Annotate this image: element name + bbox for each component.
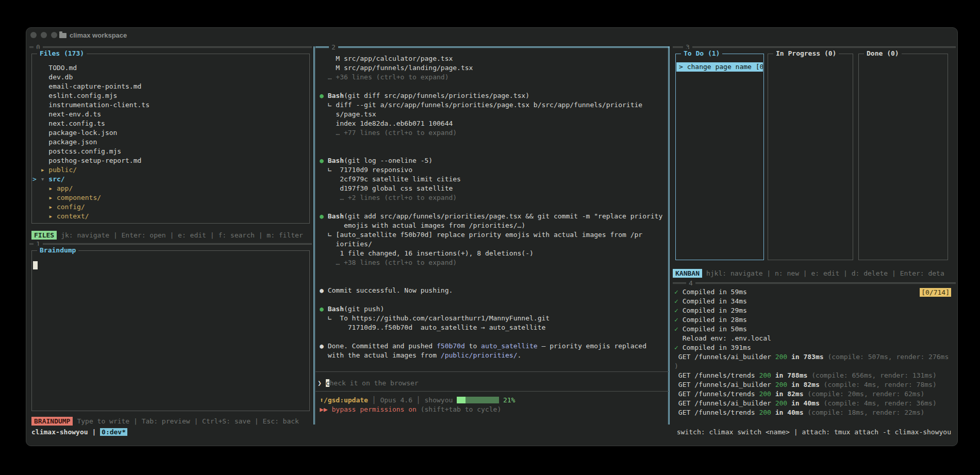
terminal-line: emojis with actual images from /prioriti… <box>320 221 668 230</box>
context-progress-bar <box>457 397 499 403</box>
session-status: climax-showyou | 0:dev* <box>31 428 127 437</box>
titlebar: climax workspace <box>26 28 957 42</box>
session-name: climax-showyou | <box>31 428 96 436</box>
terminal-line: with the actual images from /public/prio… <box>320 351 668 360</box>
log-line: GET /funnels/trends 200 in 40ms (compile… <box>674 408 956 417</box>
permissions-line[interactable]: ▶▶ bypass permissions on (shift+tab to c… <box>320 405 668 414</box>
log-line: GET /funnels/trends 200 in 788ms (compil… <box>674 371 956 380</box>
terminal-line: ● Bash(git add src/app/funnels/prioritie… <box>320 212 668 221</box>
file-row[interactable]: ▸ config/ <box>32 202 308 212</box>
log-line: ✓ Compiled in 29ms <box>674 306 956 315</box>
close-button[interactable] <box>30 32 37 38</box>
file-row[interactable]: instrumentation-client.ts <box>32 100 308 110</box>
terminal-line: 2cf979c satellite limit cities <box>320 175 668 184</box>
kanban-items-todo: > change page name [0 <box>676 62 763 72</box>
kanban-card[interactable]: > change page name [0 <box>676 62 763 72</box>
terminal-line: ● Done. Committed and pushed f50b70d to … <box>320 342 668 351</box>
kanban-statusbar: KANBANhjkl: navigate | n: new | e: edit … <box>673 269 956 278</box>
permissions-text: bypass permissions on <box>331 405 420 413</box>
devserver-log: ✓ Compiled in 59ms✓ Compiled in 34ms✓ Co… <box>674 287 956 417</box>
file-row[interactable]: TODO.md <box>32 63 308 73</box>
terminal-line: ∟ 71710d9 responsivo <box>320 165 668 175</box>
file-row[interactable]: package-lock.json <box>32 128 308 138</box>
file-row[interactable]: next.config.ts <box>32 119 308 128</box>
terminal-line: ● Bash(git log --oneline -5) <box>320 156 668 165</box>
active-window-badge[interactable]: 0:dev* <box>100 428 127 436</box>
file-row[interactable]: ▸ components/ <box>32 193 308 202</box>
braindump-hints: Type to write | Tab: preview | Ctrl+S: s… <box>77 417 298 425</box>
file-row[interactable]: postcss.config.mjs <box>32 147 308 156</box>
file-row[interactable]: > ▾ src/ <box>32 175 308 184</box>
log-line: GET /funnels/ai_builder 200 in 783ms (co… <box>674 352 956 362</box>
pane-border-devlog: 4 <box>673 282 956 284</box>
context-percent: 21% <box>499 396 515 404</box>
terminal-window: climax workspace 0 2 3 1 4 Files (173) T… <box>26 27 958 446</box>
braindump-statusbar: BRAINDUMPType to write | Tab: preview | … <box>31 417 311 426</box>
pane-border-braindump: 1 <box>29 243 312 245</box>
kanban-column-title: In Progress (0) <box>773 49 839 58</box>
terminal-line <box>320 295 668 304</box>
log-line: ✓ Compiled in 34ms <box>674 297 956 306</box>
pane-separator-right[interactable] <box>668 46 670 425</box>
terminal-line: … +77 lines (ctrl+o to expand) <box>320 128 668 138</box>
file-row[interactable]: posthog-setup-report.md <box>32 156 308 165</box>
minimize-button[interactable] <box>41 32 47 38</box>
prompt-text: heck it on the browser <box>329 379 418 387</box>
terminal-line: 71710d9..f50b70d auto_satellite → auto_s… <box>320 323 668 332</box>
terminal-line: ∟ [auto_satellite f50b70d] replace prior… <box>320 230 668 240</box>
terminal-line: ● Bash(git push) <box>320 304 668 314</box>
kanban-column-done[interactable]: Done (0) <box>858 54 948 260</box>
terminal-line: M src/app/calculator/page.tsx <box>320 54 668 63</box>
file-row[interactable]: dev.db <box>32 73 308 82</box>
double-arrow-icon: ▶▶ <box>320 405 331 413</box>
kanban-column-todo[interactable]: To Do (1) > change page name [0 <box>675 54 764 260</box>
claude-statusline: ⬆/gsd:update │ Opus 4.6 │ showyou 21% <box>320 396 668 405</box>
terminal-line: iorities/ <box>320 240 668 249</box>
separator: │ <box>368 396 380 404</box>
file-row[interactable]: email-capture-points.md <box>32 82 308 91</box>
file-row[interactable]: ▸ app/ <box>32 184 308 193</box>
kanban-column-title: Done (0) <box>864 49 902 58</box>
terminal-line: ● Bash(git diff src/app/funnels/prioriti… <box>320 91 668 100</box>
pane-separator-left[interactable] <box>313 46 315 425</box>
input-box-top-border <box>315 371 669 372</box>
permissions-hint: (shift+tab to cycle) <box>421 405 502 413</box>
pane-border-kanban: 3 <box>673 46 956 48</box>
terminal-line: ∟ diff --git a/src/app/funnels/prioritie… <box>320 100 668 110</box>
terminal-line: … +2 lines (ctrl+o to expand) <box>320 193 668 202</box>
file-row[interactable]: package.json <box>32 138 308 147</box>
log-line: ✓ Compiled in 28ms <box>674 315 956 325</box>
file-row[interactable]: ▸ public/ <box>32 165 308 175</box>
terminal-line <box>320 277 668 286</box>
pane-border-files: 0 <box>29 46 312 48</box>
pane-index-label: 4 <box>686 279 695 287</box>
project-name: showyou <box>425 396 457 404</box>
log-line: GET /funnels/trends 200 in 82ms (compile… <box>674 389 956 399</box>
prompt-input[interactable]: ❯ check it on the browser <box>318 379 668 388</box>
separator: │ <box>412 396 424 404</box>
kanban-mode-badge: KANBAN <box>673 269 702 278</box>
kanban-hints: hjkl: navigate | n: new | e: edit | d: d… <box>706 269 944 277</box>
file-row[interactable]: ▸ context/ <box>32 212 308 221</box>
log-line: ) <box>674 362 956 371</box>
file-row[interactable]: eslint.config.mjs <box>32 91 308 100</box>
files-hints: jk: navigate | Enter: open | e: edit | f… <box>61 231 303 239</box>
files-mode-badge: FILES <box>31 231 57 240</box>
terminal-line <box>320 267 668 277</box>
log-line: GET /funnels/ai_builder 200 in 40ms (com… <box>674 399 956 408</box>
files-statusbar: FILESjk: navigate | Enter: open | e: edi… <box>31 231 311 240</box>
file-row[interactable]: next-env.d.ts <box>32 110 308 119</box>
input-box-bottom-border <box>315 391 669 392</box>
terminal-line <box>320 202 668 212</box>
terminal-line: s/page.tsx <box>320 110 668 119</box>
terminal-line <box>320 147 668 156</box>
kanban-column-inprogress[interactable]: In Progress (0) <box>768 54 853 260</box>
desktop: { "window": { "title": "climax workspace… <box>0 0 980 475</box>
text-cursor <box>33 261 38 269</box>
log-line: ✓ Compiled in 391ms <box>674 343 956 352</box>
braindump-box[interactable]: Braindump <box>31 250 310 411</box>
terminal-line: M src/app/funnels/landing/page.tsx <box>320 63 668 73</box>
claude-transcript: M src/app/calculator/page.tsx M src/app/… <box>320 54 668 360</box>
todo-counter-badge: [0/714] <box>920 288 951 297</box>
zoom-button[interactable] <box>51 32 57 38</box>
